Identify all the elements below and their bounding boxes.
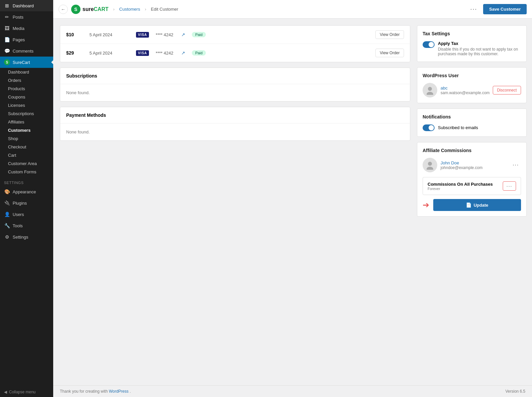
affiliate-avatar [423, 158, 437, 172]
sidebar-item-label: Pages [13, 37, 25, 42]
sidebar-sub-label: Orders [8, 78, 21, 83]
external-link-icon-1[interactable]: ↗ [181, 32, 185, 37]
sidebar-sub-orders[interactable]: Orders [0, 76, 53, 85]
orders-card: $10 5 April 2024 VISA **** 4242 ↗ Paid V… [60, 25, 410, 62]
sidebar-sub-label: Customers [8, 128, 31, 133]
commission-info: Commissions On All Purchases Forever [428, 182, 493, 191]
sidebar-item-pages[interactable]: 📄 Pages [0, 34, 53, 45]
affiliate-commissions-card: Affiliate Commissions John Doe johndoe@e… [417, 142, 527, 217]
collapse-label: Collapse menu [9, 390, 36, 394]
payment-methods-card: Payment Methods None found. [60, 107, 410, 141]
toggle-slider-notif [423, 124, 435, 131]
sidebar-item-posts[interactable]: ✏ Posts [0, 11, 53, 23]
sidebar-sub-label: Custom Forms [8, 169, 36, 174]
sidebar-item-label: Posts [13, 15, 24, 20]
view-order-button-1[interactable]: View Order [375, 30, 404, 39]
svg-point-3 [427, 167, 433, 170]
more-options-button[interactable]: ··· [467, 4, 480, 14]
breadcrumb-customers-link[interactable]: Customers [119, 7, 140, 12]
update-icon: 📄 [466, 202, 471, 208]
commission-more-button[interactable]: ··· [503, 181, 516, 191]
content-area: $10 5 April 2024 VISA **** 4242 ↗ Paid V… [53, 19, 532, 385]
sidebar-sub-label: Shop [8, 136, 18, 141]
users-icon: 👤 [4, 211, 10, 217]
sidebar-item-tools[interactable]: 🔧 Tools [0, 220, 53, 231]
notifications-card: Notifications Subscribed to emails [417, 108, 527, 137]
sidebar-sub-subscriptions[interactable]: Subscriptions [0, 109, 53, 118]
sidebar-sub-label: Licenses [8, 103, 25, 108]
sidebar-item-label: Media [13, 26, 24, 31]
visa-badge-2: VISA [136, 50, 149, 56]
surecart-logo: S sureCART [71, 5, 108, 14]
breadcrumb-sep-2: › [145, 7, 146, 12]
logo-circle: S [71, 5, 80, 14]
affiliate-name-link[interactable]: John Doe [441, 160, 459, 165]
sidebar-sub-coupons[interactable]: Coupons [0, 93, 53, 101]
topbar-right: ··· Save Customer [467, 4, 527, 14]
footer: Thank you for creating with WordPress . … [53, 385, 532, 397]
user-email: sam.watson@example.com [441, 91, 490, 95]
sidebar-sub-dashboard[interactable]: Dashboard [0, 68, 53, 76]
sidebar-item-appearance[interactable]: 🎨 Appearance [0, 186, 53, 197]
save-customer-button[interactable]: Save Customer [483, 4, 527, 14]
disconnect-button[interactable]: Disconnect [493, 86, 521, 95]
external-link-icon-2[interactable]: ↗ [181, 50, 185, 56]
sidebar-sub-customer-area[interactable]: Customer Area [0, 159, 53, 168]
main-content: ← S sureCART › Customers › Edit Customer… [53, 0, 532, 397]
user-row: abc sam.watson@example.com Disconnect [423, 83, 521, 98]
wordpress-link[interactable]: WordPress [109, 389, 128, 394]
sidebar-sub-custom-forms[interactable]: Custom Forms [0, 168, 53, 176]
collapse-menu[interactable]: ◀ Collapse menu [0, 387, 53, 397]
sidebar-sub-cart[interactable]: Cart [0, 151, 53, 159]
comments-icon: 💬 [4, 48, 10, 54]
subscribed-label: Subscribed to emails [438, 125, 478, 130]
svg-point-0 [428, 87, 432, 91]
sidebar-item-label: Tools [13, 223, 23, 228]
visa-badge-1: VISA [136, 32, 149, 38]
breadcrumb-sep-1: › [113, 7, 114, 12]
order-amount-1: $10 [66, 32, 83, 37]
sidebar-sub-label: Coupons [8, 95, 25, 99]
update-label: Update [473, 203, 488, 208]
user-name-link[interactable]: abc [441, 86, 448, 91]
sidebar-item-label: SureCart [13, 60, 30, 65]
sidebar-item-dashboard[interactable]: ⊞ Dashboard [0, 0, 53, 11]
topbar-left: ← S sureCART › Customers › Edit Customer [59, 5, 178, 14]
status-badge-2: Paid [192, 50, 206, 56]
sidebar-item-plugins[interactable]: 🔌 Plugins [0, 197, 53, 209]
back-button[interactable]: ← [59, 5, 68, 14]
avatar [423, 83, 437, 98]
sidebar-item-label: Comments [13, 49, 34, 54]
subscriptions-body: None found. [60, 84, 410, 101]
affiliate-commissions-title: Affiliate Commissions [423, 148, 521, 153]
update-button[interactable]: 📄 Update [433, 199, 521, 211]
apply-tax-desc: Disable this if you do not want to apply… [438, 47, 521, 56]
sidebar-sub-customers[interactable]: Customers [0, 126, 53, 134]
collapse-icon: ◀ [4, 390, 7, 394]
sidebar-item-media[interactable]: 🖼 Media [0, 23, 53, 34]
sidebar-item-users[interactable]: 👤 Users [0, 209, 53, 220]
tax-settings-card: Tax Settings Apply Tax Disable this if y… [417, 25, 527, 62]
sidebar-sub-licenses[interactable]: Licenses [0, 101, 53, 109]
sidebar-item-surecart[interactable]: S SureCart [0, 57, 53, 68]
apply-tax-toggle[interactable] [423, 41, 435, 48]
sidebar-sub-affiliates[interactable]: Affiliates [0, 118, 53, 126]
apply-tax-info: Apply Tax Disable this if you do not wan… [438, 41, 521, 56]
footer-text: Thank you for creating with WordPress . [60, 389, 131, 394]
subscriptions-header: Subscriptions [60, 68, 410, 84]
sidebar-sub-label: Subscriptions [8, 111, 34, 116]
sidebar-sub-products[interactable]: Products [0, 85, 53, 93]
footer-text-after: . [130, 389, 131, 394]
apply-tax-label: Apply Tax [438, 41, 521, 46]
view-order-button-2[interactable]: View Order [375, 49, 404, 57]
subscribed-emails-toggle[interactable] [423, 124, 435, 131]
commission-title: Commissions On All Purchases [428, 182, 493, 187]
logo-text: sureCART [82, 6, 108, 12]
sidebar-item-settings[interactable]: ⚙ Settings [0, 231, 53, 243]
payment-methods-body: None found. [60, 123, 410, 140]
sidebar-sub-checkout[interactable]: Checkout [0, 143, 53, 151]
settings-icon: ⚙ [4, 234, 10, 240]
affiliate-more-button[interactable]: ··· [511, 161, 521, 169]
sidebar-item-comments[interactable]: 💬 Comments [0, 45, 53, 57]
sidebar-sub-shop[interactable]: Shop [0, 134, 53, 143]
